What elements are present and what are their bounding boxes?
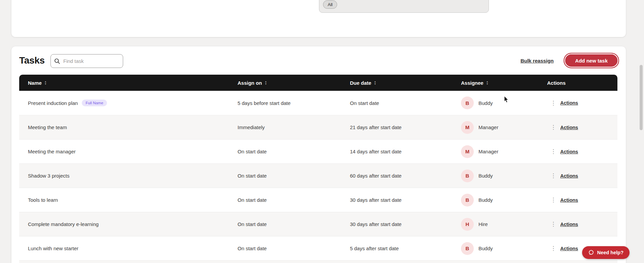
- cell-name: Meeting the manager: [19, 149, 238, 154]
- kebab-menu-icon[interactable]: ⋮: [550, 124, 556, 130]
- actions-link[interactable]: Actions: [560, 125, 578, 130]
- cell-assign-on: On start date: [238, 221, 350, 227]
- filter-chip-all[interactable]: All: [323, 0, 337, 9]
- actions-link[interactable]: Actions: [560, 173, 578, 179]
- assignee-name: Manager: [478, 149, 498, 154]
- filter-panel: All: [319, 0, 489, 13]
- table-row: Meeting the team Immediately 21 days aft…: [19, 115, 617, 139]
- column-header-assign-on[interactable]: Assign on ▲▼: [238, 80, 350, 86]
- avatar: B: [461, 242, 474, 255]
- actions-link[interactable]: Actions: [560, 246, 578, 251]
- column-header-name[interactable]: Name ▲▼: [19, 80, 238, 86]
- kebab-menu-icon[interactable]: ⋮: [550, 221, 556, 227]
- chat-bubble-icon: [588, 250, 594, 256]
- assignee-name: Buddy: [478, 173, 493, 179]
- task-name: Complete mandatory e-learning: [28, 221, 99, 227]
- tasks-table: Name ▲▼ Assign on ▲▼ Due date ▲▼ Assigne…: [19, 75, 617, 263]
- kebab-menu-icon[interactable]: ⋮: [550, 149, 556, 154]
- task-search[interactable]: [50, 54, 123, 68]
- avatar: M: [461, 121, 474, 134]
- cell-assignee: B Buddy: [461, 194, 547, 206]
- table-row: Complete mandatory e-learning On start d…: [19, 212, 617, 236]
- cell-due-date: On start date: [350, 100, 461, 106]
- cell-due-date: 60 days after start date: [350, 173, 461, 179]
- next-row-sliver: [19, 260, 617, 263]
- avatar: H: [461, 218, 474, 231]
- cell-assignee: M Manager: [461, 145, 547, 158]
- actions-link[interactable]: Actions: [560, 149, 578, 154]
- need-help-button[interactable]: Need help?: [582, 246, 630, 259]
- avatar: B: [461, 170, 474, 182]
- cell-actions: ⋮ Actions: [547, 221, 617, 227]
- cell-actions: ⋮ Actions: [547, 197, 617, 203]
- sort-icon: ▲▼: [44, 81, 47, 85]
- assignee-name: Buddy: [478, 246, 493, 251]
- page-title: Tasks: [19, 55, 45, 66]
- task-name: Meeting the team: [28, 124, 67, 130]
- search-icon: [54, 58, 60, 64]
- top-settings-card: [11, 0, 626, 37]
- cell-name: Present induction plan Full Name: [19, 100, 238, 106]
- kebab-menu-icon[interactable]: ⋮: [550, 246, 556, 251]
- cell-actions: ⋮ Actions: [547, 100, 617, 106]
- column-header-assignee[interactable]: Assignee ▲▼: [461, 80, 547, 86]
- cell-actions: ⋮ Actions: [547, 124, 617, 130]
- cell-name: Shadow 3 projects: [19, 173, 238, 179]
- avatar: M: [461, 145, 474, 158]
- page: All Tasks Bulk reassign Add new task: [0, 0, 644, 263]
- cell-assign-on: 5 days before start date: [238, 100, 350, 106]
- bulk-reassign-link[interactable]: Bulk reassign: [521, 58, 553, 64]
- cell-due-date: 14 days after start date: [350, 149, 461, 154]
- token-badge: Full Name: [82, 100, 107, 106]
- column-header-actions: Actions: [547, 80, 617, 86]
- cell-assignee: M Manager: [461, 121, 547, 134]
- actions-link[interactable]: Actions: [560, 222, 578, 227]
- cell-name: Meeting the team: [19, 124, 238, 130]
- cell-actions: ⋮ Actions: [547, 173, 617, 179]
- tasks-card: Tasks Bulk reassign Add new task Name ▲▼: [11, 46, 626, 263]
- actions-link[interactable]: Actions: [560, 100, 578, 106]
- task-name: Tools to learn: [28, 197, 58, 203]
- assignee-name: Buddy: [478, 197, 493, 203]
- cell-assign-on: On start date: [238, 149, 350, 154]
- table-header: Name ▲▼ Assign on ▲▼ Due date ▲▼ Assigne…: [19, 75, 617, 91]
- cell-name: Complete mandatory e-learning: [19, 221, 238, 227]
- table-row: Present induction plan Full Name 5 days …: [19, 91, 617, 115]
- task-name: Present induction plan: [28, 100, 78, 106]
- task-name: Meeting the manager: [28, 149, 76, 154]
- kebab-menu-icon[interactable]: ⋮: [550, 197, 556, 203]
- scrollbar-thumb[interactable]: [640, 65, 643, 130]
- cell-assignee: B Buddy: [461, 170, 547, 182]
- assignee-name: Hire: [478, 221, 488, 227]
- table-body: Present induction plan Full Name 5 days …: [19, 91, 617, 260]
- actions-link[interactable]: Actions: [560, 197, 578, 203]
- assignee-name: Manager: [478, 124, 498, 130]
- task-name: Lunch with new starter: [28, 246, 78, 251]
- search-input[interactable]: [63, 58, 119, 64]
- assignee-name: Buddy: [478, 100, 493, 106]
- table-row: Lunch with new starter On start date 5 d…: [19, 236, 617, 260]
- filter-chip-label: All: [328, 2, 332, 7]
- table-row: Shadow 3 projects On start date 60 days …: [19, 163, 617, 188]
- cell-assign-on: On start date: [238, 246, 350, 251]
- tasks-toolbar: Tasks Bulk reassign Add new task: [11, 46, 626, 75]
- task-name: Shadow 3 projects: [28, 173, 69, 179]
- cell-assign-on: On start date: [238, 197, 350, 203]
- toolbar-right: Bulk reassign Add new task: [521, 46, 619, 75]
- cell-due-date: 5 days after start date: [350, 246, 461, 251]
- table-row: Tools to learn On start date 30 days aft…: [19, 188, 617, 212]
- cell-assignee: B Buddy: [461, 97, 547, 109]
- kebab-menu-icon[interactable]: ⋮: [550, 100, 556, 106]
- cell-assign-on: On start date: [238, 173, 350, 179]
- cell-name: Tools to learn: [19, 197, 238, 203]
- cell-due-date: 21 days after start date: [350, 124, 461, 130]
- kebab-menu-icon[interactable]: ⋮: [550, 173, 556, 179]
- avatar: B: [461, 194, 474, 206]
- add-new-task-button[interactable]: Add new task: [564, 53, 619, 68]
- sort-icon: ▲▼: [374, 81, 376, 85]
- column-header-due-date[interactable]: Due date ▲▼: [350, 80, 461, 86]
- sort-icon: ▲▼: [486, 81, 489, 85]
- sort-icon: ▲▼: [265, 81, 267, 85]
- avatar: B: [461, 97, 474, 109]
- cell-assign-on: Immediately: [238, 124, 350, 130]
